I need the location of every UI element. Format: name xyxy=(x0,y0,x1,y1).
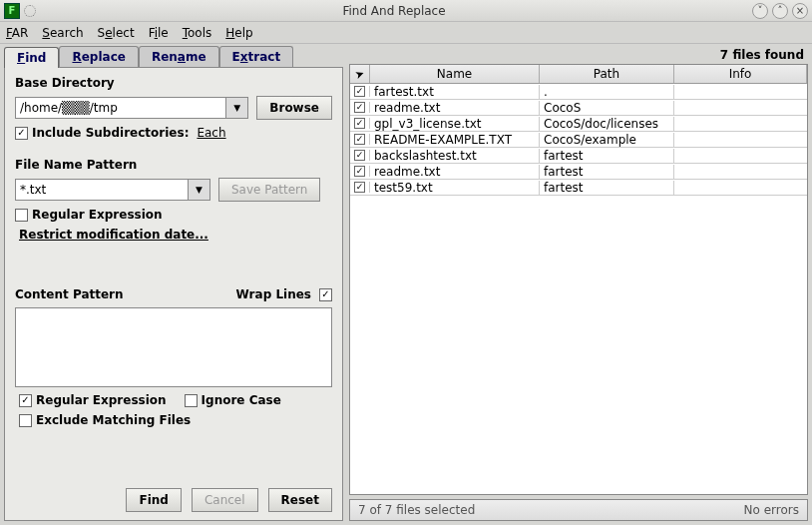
busy-icon xyxy=(24,5,36,17)
table-row[interactable]: ✓backslashtest.txtfartest xyxy=(350,148,807,164)
row-checkbox[interactable]: ✓ xyxy=(350,166,370,177)
exclude-matching-label: Exclude Matching Files xyxy=(36,413,191,427)
cell-name: fartest.txt xyxy=(370,85,540,99)
reset-button[interactable]: Reset xyxy=(268,488,332,512)
cell-path: . xyxy=(540,85,674,99)
each-link[interactable]: Each xyxy=(197,126,225,140)
cell-path: CocoS/doc/licenses xyxy=(540,117,674,131)
app-icon: F xyxy=(4,3,20,19)
file-pattern-input[interactable] xyxy=(15,179,189,201)
maximize-button[interactable]: ˄ xyxy=(772,3,788,19)
regex-file-checkbox[interactable]: Regular Expression xyxy=(15,208,332,222)
tab-rename[interactable]: Rename xyxy=(139,46,219,67)
table-row[interactable]: ✓fartest.txt. xyxy=(350,84,807,100)
cell-name: gpl_v3_license.txt xyxy=(370,117,540,131)
include-subdirs-check-icon: ✓ xyxy=(15,127,28,140)
menu-select[interactable]: Select xyxy=(98,26,135,40)
cell-name: backslashtest.txt xyxy=(370,149,540,163)
tab-replace[interactable]: Replace xyxy=(59,46,138,67)
tab-find[interactable]: Find xyxy=(4,47,59,68)
regex-content-label: Regular Expression xyxy=(36,393,167,407)
menu-file[interactable]: File xyxy=(149,26,169,40)
menubar: FAR Search Select File Tools Help xyxy=(0,22,812,44)
table-row[interactable]: ✓readme.txtfartest xyxy=(350,164,807,180)
base-dir-input[interactable] xyxy=(15,97,226,119)
row-checkbox[interactable]: ✓ xyxy=(350,150,370,161)
base-dir-label: Base Directory xyxy=(15,76,332,90)
tab-bar: Find Replace Rename Extract xyxy=(4,46,343,67)
row-checkbox[interactable]: ✓ xyxy=(350,86,370,97)
tab-extract[interactable]: Extract xyxy=(219,46,294,67)
files-found-label: 7 files found xyxy=(349,46,808,64)
browse-button[interactable]: Browse xyxy=(256,96,332,120)
col-info[interactable]: Info xyxy=(674,65,807,83)
statusbar: 7 of 7 files selected No errors xyxy=(349,499,808,521)
regex-content-check-icon: ✓ xyxy=(19,394,32,407)
table-row[interactable]: ✓gpl_v3_license.txtCocoS/doc/licenses xyxy=(350,116,807,132)
restrict-date-link[interactable]: Restrict modification date... xyxy=(15,228,332,242)
table-body: ✓fartest.txt.✓readme.txtCocoS✓gpl_v3_lic… xyxy=(350,84,807,494)
save-pattern-button: Save Pattern xyxy=(218,178,320,202)
exclude-matching-check-icon xyxy=(19,414,32,427)
base-dir-dropdown-icon[interactable]: ▼ xyxy=(226,97,248,119)
cell-path: fartest xyxy=(540,149,674,163)
cell-path: fartest xyxy=(540,181,674,195)
col-path[interactable]: Path xyxy=(540,65,674,83)
status-right: No errors xyxy=(744,503,799,517)
wrap-lines-checkbox[interactable]: ✓ xyxy=(319,288,332,301)
regex-file-check-icon xyxy=(15,209,28,222)
wrap-lines-label: Wrap Lines xyxy=(236,287,311,301)
table-row[interactable]: ✓readme.txtCocoS xyxy=(350,100,807,116)
menu-help[interactable]: Help xyxy=(225,26,252,40)
ignore-case-checkbox[interactable]: Ignore Case xyxy=(185,393,281,407)
include-subdirs-checkbox[interactable]: ✓ Include Subdirectories: xyxy=(15,126,189,140)
include-subdirs-label: Include Subdirectories: xyxy=(32,126,189,140)
ignore-case-check-icon xyxy=(185,394,198,407)
row-checkbox[interactable]: ✓ xyxy=(350,118,370,129)
regex-file-label: Regular Expression xyxy=(32,208,163,222)
cursor-icon: ➤ xyxy=(353,66,366,81)
regex-content-checkbox[interactable]: ✓ Regular Expression xyxy=(19,393,167,407)
file-pattern-label: File Name Pattern xyxy=(15,158,332,172)
find-button[interactable]: Find xyxy=(126,488,181,512)
close-button[interactable]: × xyxy=(792,3,808,19)
cell-path: fartest xyxy=(540,165,674,179)
menu-search[interactable]: Search xyxy=(42,26,83,40)
exclude-matching-checkbox[interactable]: Exclude Matching Files xyxy=(15,413,332,427)
select-all-header[interactable]: ➤ xyxy=(350,65,370,83)
cell-path: CocoS/example xyxy=(540,133,674,147)
ignore-case-label: Ignore Case xyxy=(202,393,281,407)
menu-far[interactable]: FAR xyxy=(6,26,28,40)
row-checkbox[interactable]: ✓ xyxy=(350,182,370,193)
table-header: ➤ Name Path Info xyxy=(350,65,807,84)
cancel-button: Cancel xyxy=(192,488,258,512)
titlebar: F Find And Replace ˅ ˄ × xyxy=(0,0,812,22)
cell-name: README-EXAMPLE.TXT xyxy=(370,133,540,147)
cell-name: readme.txt xyxy=(370,165,540,179)
content-pattern-label: Content Pattern xyxy=(15,287,124,301)
table-row[interactable]: ✓test59.txtfartest xyxy=(350,180,807,196)
menu-tools[interactable]: Tools xyxy=(183,26,212,40)
base-dir-combo[interactable]: ▼ xyxy=(15,97,248,119)
row-checkbox[interactable]: ✓ xyxy=(350,102,370,113)
cell-name: readme.txt xyxy=(370,101,540,115)
row-checkbox[interactable]: ✓ xyxy=(350,134,370,145)
window-title: Find And Replace xyxy=(40,4,748,18)
file-pattern-dropdown-icon[interactable]: ▼ xyxy=(189,179,210,201)
content-pattern-input[interactable] xyxy=(15,307,332,387)
col-name[interactable]: Name xyxy=(370,65,540,83)
minimize-button[interactable]: ˅ xyxy=(752,3,768,19)
status-left: 7 of 7 files selected xyxy=(358,503,475,517)
file-pattern-combo[interactable]: ▼ xyxy=(15,179,210,201)
cell-path: CocoS xyxy=(540,101,674,115)
find-panel: Base Directory ▼ Browse ✓ Include Subdir… xyxy=(4,67,343,521)
results-table: ➤ Name Path Info ✓fartest.txt.✓readme.tx… xyxy=(349,64,808,495)
table-row[interactable]: ✓README-EXAMPLE.TXTCocoS/example xyxy=(350,132,807,148)
cell-name: test59.txt xyxy=(370,181,540,195)
